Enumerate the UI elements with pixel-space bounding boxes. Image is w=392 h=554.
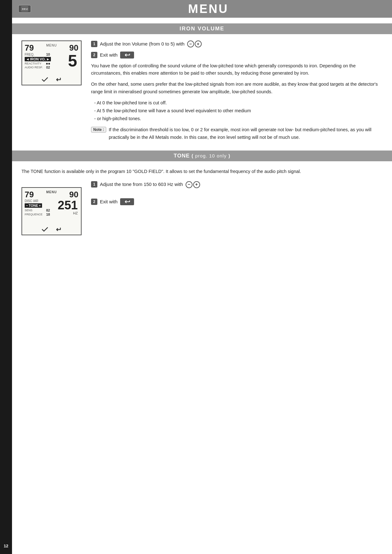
tone-step-2: 2 Exit with	[91, 198, 383, 206]
screen-bottom-icons	[25, 77, 78, 82]
tone-device-screen: 79 MENU 90 DISC IAR	[21, 187, 82, 235]
note-box: Note : If the discrimination threshold i…	[91, 126, 383, 141]
tone-description: The TONE function is available only in t…	[21, 168, 383, 175]
iron-volume-device: 79 MENU 90 FREQ. 10	[21, 40, 82, 85]
tone-step-1-number: 1	[91, 181, 97, 188]
tone-step-2-number: 2	[91, 199, 97, 205]
tone-step-2-text: Exit with	[100, 198, 134, 206]
tone-prog-parens-open: (	[192, 153, 195, 158]
tone-screen-menu-area: MENU	[34, 190, 69, 194]
tone-frequence-label: FREQUENCE	[25, 213, 46, 216]
iron-volume-title: IRON VOLUME	[12, 26, 392, 32]
bullet-2: - At 5 the low-pitched tone will have a …	[94, 107, 383, 114]
tone-section: The TONE function is available only in t…	[12, 161, 392, 245]
bullet-3: - or high-pitched tones.	[94, 115, 383, 122]
tone-checkmark-icon	[41, 226, 48, 232]
step-1: 1 Adjust the Iron Volume (from 0 to 5) w…	[91, 40, 383, 48]
header-bar: DEUS MENU	[12, 0, 392, 18]
step-2-label: Exit with	[100, 52, 118, 59]
screen-freq-label: FREQ.	[25, 53, 46, 56]
screen-main-area: FREQ. 10 ◄ IRON VO. ►	[25, 52, 78, 75]
plus-button[interactable]: +	[195, 40, 202, 47]
tone-section-header: TONE ( prog. 10 only )	[12, 151, 392, 161]
screen-reactivity-row: REACTIVITY	[25, 62, 63, 65]
screen-left-number: 79	[25, 44, 34, 52]
tone-screen-menu-label: MENU	[34, 190, 69, 194]
tone-section-title: TONE ( prog. 10 only )	[18, 153, 386, 159]
minus-button[interactable]: −	[187, 40, 194, 47]
step-1-label: Adjust the Iron Volume (from 0 to 5) wit…	[100, 40, 185, 48]
tone-step-1-label: Adjust the tone from 150 to 603 Hz with	[100, 181, 183, 188]
iron-volume-content: 79 MENU 90 FREQ. 10	[21, 40, 383, 141]
bullet-list: - At 0 the low-pitched tone is cut off. …	[94, 99, 383, 123]
svg-text:DEUS: DEUS	[22, 8, 28, 10]
tone-tone-label: TONE	[28, 204, 38, 207]
tone-step-2-label: Exit with	[100, 198, 118, 206]
iron-volume-header: IRON VOLUME	[12, 23, 392, 34]
tone-big-value: 251	[58, 199, 78, 211]
left-sidebar: 12	[0, 0, 12, 554]
iron-volume-instructions: 1 Adjust the Iron Volume (from 0 to 5) w…	[91, 40, 383, 141]
tone-plus-button[interactable]: +	[193, 181, 200, 188]
description-para-1: You have the option of controlling the s…	[91, 62, 383, 77]
tone-minus-button[interactable]: −	[186, 181, 193, 188]
page-number: 12	[0, 544, 12, 548]
bullet-1: - At 0 the low-pitched tone is cut off.	[94, 99, 383, 107]
back-button-icon[interactable]	[120, 52, 134, 58]
note-text: If the discrimination threshold is too l…	[109, 126, 383, 141]
main-content: IRON VOLUME 79 MENU 90	[12, 18, 392, 245]
step-2-number: 2	[91, 52, 97, 58]
tone-back-arrow-icon	[55, 226, 62, 232]
screen-checkmark-icon	[41, 77, 48, 82]
tone-main: The TONE function is available only in t…	[21, 168, 383, 236]
screen-audioresp-row: AUDIO RESP. 02	[25, 65, 63, 69]
tone-minus-plus-control: − +	[186, 181, 200, 188]
tone-highlighted: − TONE +	[25, 203, 42, 208]
screen-back-arrow-icon	[55, 77, 62, 82]
screen-freq-value: 10	[46, 52, 50, 56]
screen-ironvo-highlighted: ◄ IRON VO. ►	[25, 57, 51, 61]
tone-lower: 79 MENU 90 DISC IAR	[21, 181, 383, 235]
page-title: MENU	[31, 2, 386, 16]
step-2: 2 Exit with	[91, 52, 383, 59]
tone-step-1-text: Adjust the tone from 150 to 603 Hz with …	[100, 181, 200, 188]
screen-labels-left: FREQ. 10 ◄ IRON VO. ►	[25, 52, 63, 69]
screen-freq-row: FREQ. 10	[25, 52, 63, 56]
tone-frequence-value: 18	[46, 212, 50, 216]
step-1-number: 1	[91, 41, 97, 47]
screen-ironvo-label: IRON VO.	[30, 57, 46, 61]
tone-instructions: 1 Adjust the tone from 150 to 603 Hz wit…	[91, 181, 383, 209]
back-arrow-svg	[123, 52, 132, 58]
screen-audioresp-value: 02	[46, 65, 50, 69]
note-label: Note :	[91, 127, 106, 132]
logo-box: DEUS	[18, 5, 31, 13]
iron-volume-section: IRON VOLUME 79 MENU 90	[12, 18, 392, 151]
device-screen: 79 MENU 90 FREQ. 10	[21, 40, 82, 85]
screen-reactivity-label: REACTIVITY	[25, 62, 46, 65]
tone-prog-parens-close: )	[229, 153, 230, 158]
screen-ironvo-row: ◄ IRON VO. ►	[25, 57, 63, 61]
tone-hz-label: HZ	[58, 211, 78, 215]
tone-back-arrow-svg	[123, 199, 132, 204]
tone-prog-note: prog. 10 only	[195, 153, 227, 158]
tone-step-1: 1 Adjust the tone from 150 to 603 Hz wit…	[91, 181, 383, 188]
tone-screen-top: 79 MENU 90	[25, 190, 78, 199]
tone-screen-left-num: 79	[25, 190, 34, 199]
tone-title-bold: TONE	[174, 153, 190, 159]
deus-logo-icon: DEUS	[21, 6, 28, 11]
tone-big-area: 251 HZ	[58, 199, 78, 215]
tone-screen-bottom-icons	[25, 226, 78, 232]
tone-back-button-icon[interactable]	[120, 198, 134, 205]
step-2-text: Exit with	[100, 52, 134, 59]
screen-menu-area: MENU	[34, 44, 69, 47]
tone-screen-right-num: 90	[69, 190, 78, 199]
step-1-text: Adjust the Iron Volume (from 0 to 5) wit…	[100, 40, 202, 48]
minus-plus-control: − +	[187, 40, 202, 47]
tone-step-spacer	[91, 192, 383, 198]
screen-menu-label: MENU	[34, 44, 69, 47]
tone-section-wrapper: TONE ( prog. 10 only ) The TONE function…	[12, 151, 392, 245]
tone-sens-value: 82	[46, 208, 50, 212]
description-para-2: On the other hand, some users prefer tha…	[91, 81, 383, 95]
tone-content: The TONE function is available only in t…	[21, 168, 383, 236]
screen-audioresp-label: AUDIO RESP.	[25, 66, 46, 69]
